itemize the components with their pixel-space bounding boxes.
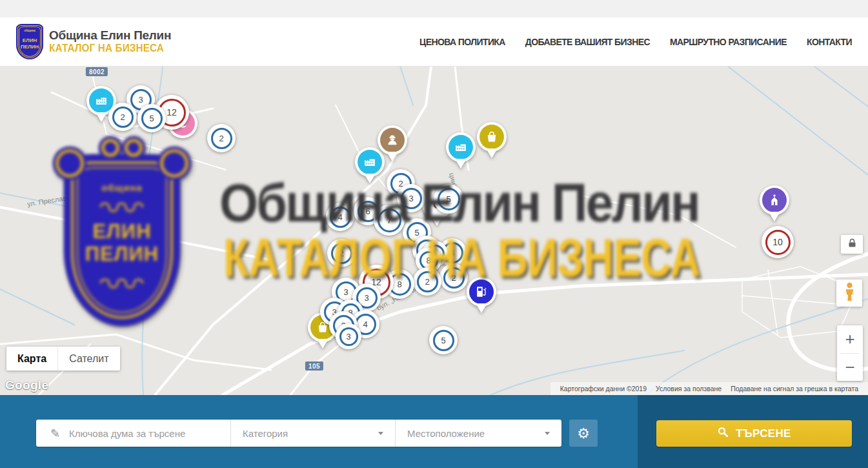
cluster-count: 5 — [446, 194, 450, 204]
lock-icon — [848, 238, 856, 250]
cluster-count: 2 — [425, 277, 429, 287]
nav-item-add-business[interactable]: ДОБАВЕТЕ ВАШИЯТ БИЗНЕС — [525, 37, 650, 47]
brand-text: Община Елин Пелин КАТАЛОГ НА БИЗНЕСА — [49, 28, 171, 54]
keyword-field-wrap: ✎ — [36, 420, 230, 447]
page-top-strip — [0, 0, 868, 17]
cluster-count: 2 — [451, 273, 456, 283]
header: община ЕЛИН ПЕЛИН Община Елин Пелин КАТА… — [0, 17, 868, 66]
nav-item-contacts[interactable]: КОНТАКТИ — [807, 37, 852, 47]
search-controls: ✎ Категория Местоположение — [36, 420, 561, 447]
advanced-settings-button[interactable]: ⚙ — [569, 420, 598, 447]
map-pin-marker[interactable] — [467, 277, 496, 317]
cluster-count: 5 — [414, 228, 419, 238]
location-select[interactable]: Местоположение — [395, 420, 561, 447]
cluster-count: 12 — [167, 107, 177, 117]
cluster-count: 8 — [426, 256, 430, 265]
keyword-input[interactable] — [68, 427, 219, 440]
gear-icon: ⚙ — [577, 425, 590, 442]
cluster-count: 2 — [339, 249, 343, 258]
worker-icon — [380, 128, 405, 152]
emblem-top-text: община — [16, 30, 43, 33]
cluster-count: 4 — [363, 320, 367, 329]
search-bar: ✎ Категория Местоположение ⚙ ТЪРСЕНЕ — [0, 395, 868, 468]
map-cluster-marker[interactable]: 2 — [413, 267, 441, 296]
map-cluster-marker[interactable]: 5 — [434, 184, 463, 214]
factory-icon — [449, 135, 473, 159]
map-attribution: Картографски данни ©2019 Условия за полз… — [550, 382, 868, 395]
cluster-count: 3 — [138, 95, 143, 105]
cluster-count: 3 — [364, 293, 368, 303]
church-icon — [762, 188, 787, 212]
chevron-down-icon — [545, 432, 550, 435]
cluster-count: 4 — [338, 212, 342, 222]
search-button-label: ТЪРСЕНЕ — [736, 427, 791, 440]
google-logo[interactable]: Google — [5, 378, 48, 392]
location-select-value: Местоположение — [407, 428, 485, 439]
map-markers-layer: 123252235465722478228123338433510 — [0, 66, 868, 395]
attribution-terms-link[interactable]: Условия за ползване — [651, 385, 726, 392]
nav-item-timetable[interactable]: МАРШРУТНО РАЗПИСАНИЕ — [670, 37, 787, 47]
cluster-count: 3 — [346, 332, 350, 341]
map-pin-marker[interactable] — [477, 122, 507, 162]
attribution-report-link[interactable]: Подаване на сигнал за грешка в картата — [726, 385, 863, 392]
map-cluster-marker[interactable]: 7 — [374, 205, 405, 236]
attribution-copyright: Картографски данни ©2019 — [556, 385, 651, 392]
cluster-count: 2 — [120, 112, 125, 122]
map-type-control: Карта Сателит — [6, 347, 120, 371]
map-cluster-marker[interactable]: 3 — [397, 184, 425, 212]
cluster-count: 3 — [409, 194, 413, 203]
cluster-count: 10 — [772, 237, 783, 247]
emblem-name-line2: ПЕЛИН — [16, 45, 43, 50]
chevron-down-icon — [378, 432, 383, 435]
category-select-value: Категория — [243, 428, 288, 439]
map-cluster-marker[interactable]: 2 — [108, 103, 137, 131]
shopping-bag-icon — [479, 125, 504, 149]
cluster-count: 6 — [365, 207, 370, 216]
pegman-icon — [844, 282, 855, 304]
search-icon — [717, 426, 729, 441]
fuel-pump-icon — [469, 280, 494, 304]
cluster-count: 7 — [387, 216, 391, 225]
map-cluster-marker[interactable]: 2 — [207, 124, 236, 152]
cluster-count: 2 — [219, 134, 223, 143]
map-cluster-marker[interactable]: 2 — [439, 263, 468, 292]
site-title: Община Елин Пелин — [49, 28, 171, 43]
google-map[interactable]: ул. Преславбул. „Новоселции“8002105 1232… — [0, 66, 868, 395]
map-type-map-button[interactable]: Карта — [6, 347, 57, 371]
zoom-control: + − — [837, 325, 863, 381]
map-lock-button[interactable] — [841, 235, 863, 254]
map-cluster-marker[interactable]: 4 — [326, 203, 354, 231]
cluster-count: 5 — [441, 336, 445, 345]
nav-item-pricing[interactable]: ЦЕНОВА ПОЛИТИКА — [419, 37, 505, 47]
zoom-in-button[interactable]: + — [837, 325, 863, 353]
pencil-icon: ✎ — [50, 427, 60, 440]
cluster-count: 4 — [450, 248, 454, 258]
map-pin-marker[interactable] — [378, 125, 407, 165]
cluster-count: 8 — [397, 280, 401, 289]
cluster-count: 5 — [149, 114, 154, 123]
municipality-emblem-logo: община ЕЛИН ПЕЛИН — [16, 24, 43, 59]
map-cluster-marker[interactable]: 5 — [429, 326, 458, 354]
brand[interactable]: община ЕЛИН ПЕЛИН Община Елин Пелин КАТА… — [16, 24, 171, 59]
map-cluster-marker[interactable]: 10 — [762, 226, 794, 258]
street-view-pegman-button[interactable] — [836, 280, 862, 307]
cluster-count: 3 — [343, 287, 348, 297]
search-button[interactable]: ТЪРСЕНЕ — [656, 420, 852, 447]
map-pin-marker[interactable] — [446, 132, 476, 172]
map-cluster-marker[interactable]: 5 — [137, 104, 166, 132]
map-cluster-marker[interactable]: 2 — [327, 239, 356, 267]
site-subtitle: КАТАЛОГ НА БИЗНЕСА — [49, 43, 165, 54]
category-select[interactable]: Категория — [230, 420, 395, 447]
main-nav: ЦЕНОВА ПОЛИТИКА ДОБАВЕТЕ ВАШИЯТ БИЗНЕС М… — [419, 37, 852, 47]
map-pin-marker[interactable] — [760, 185, 789, 225]
map-cluster-marker[interactable]: 3 — [336, 323, 361, 349]
zoom-out-button[interactable]: − — [837, 354, 863, 382]
map-type-satellite-button[interactable]: Сателит — [57, 347, 119, 371]
emblem-name-line1: ЕЛИН — [16, 38, 43, 43]
